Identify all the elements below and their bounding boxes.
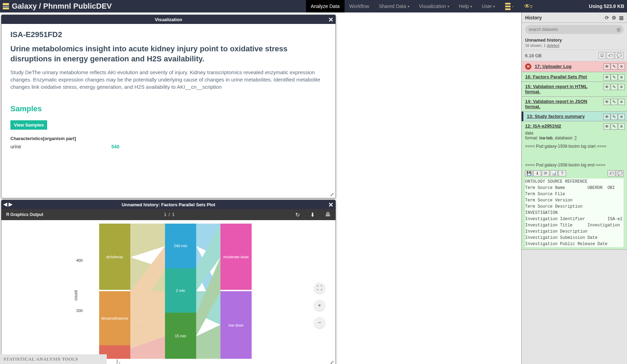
axis2-seg-240min: 240 min [165,224,196,268]
close-icon[interactable]: ✕ [328,201,333,209]
gear-icon[interactable]: ⚙ [612,15,616,20]
delete-icon[interactable]: ✕ [618,114,625,120]
dataset-15[interactable]: 15: Validation report in HTML format. 👁✎… [522,82,627,97]
dataset-action-bar: 💾 ℹ ⟳ 📊 ? 🏷 💬 [525,170,624,176]
eye-icon: 👁 [524,3,530,10]
menu-analyze-data[interactable]: Analyze Data [306,0,345,12]
tags-icon[interactable]: 🏷 [608,170,615,176]
chevron-down-icon: ▾ [447,5,449,8]
plot-window: ◀▶ Unnamed history: Factors Parallel Set… [1,200,336,364]
dataset-13[interactable]: 13: Study factors summary 👁✎✕ [522,112,627,121]
edit-icon[interactable]: ✎ [611,114,618,120]
y-axis-label: count [73,290,78,300]
pdf-toolbar: R Graphics Output 1 / 1 ↻ ⬇ 🖶 [1,209,336,220]
brand[interactable]: Galaxy / Phnmnl PublicDEV [3,2,112,11]
menu-user[interactable]: User▾ [477,0,500,12]
view-samples-button[interactable]: View Samples [10,120,47,130]
history-items-list: ✕ 17: Uploader Log 👁✎✕ 16: Factors Paral… [522,61,627,364]
columns-icon[interactable]: ▥ [619,15,624,20]
chevron-down-icon: ▾ [470,5,472,8]
page-indicator: 1 / 1 [164,212,174,217]
tags-icon[interactable]: 🏷 [607,52,614,59]
save-icon[interactable]: 💾 [525,170,533,176]
view-icon[interactable]: 👁 [603,74,610,80]
edit-icon[interactable]: ✎ [611,74,618,80]
visualization-window: Visualization ✕ ISA-E2951FD2 Urine metab… [1,15,336,198]
delete-icon[interactable]: ✕ [618,123,625,130]
dataset-log-start: ==== Pod galaxy-1938-bsstm log start ===… [525,144,624,149]
characteristic-label: Characteristics[organism part] [10,136,326,141]
expand-icon[interactable]: ⤢ [330,192,334,197]
help-icon[interactable]: ? [558,170,566,176]
scratchbook-eye[interactable]: 👁 2 [519,0,537,12]
info-icon[interactable]: ℹ [533,170,541,176]
menu-visualization[interactable]: Visualization▾ [414,0,454,12]
delete-icon[interactable]: ✕ [618,99,625,105]
main-menu: Analyze Data Workflow Shared Data▾ Visua… [306,0,538,12]
dataset-14[interactable]: 14: Validation report in JSON format. 👁✎… [522,97,627,112]
history-name[interactable]: Unnamed history [525,37,624,43]
plot-titlebar[interactable]: ◀▶ Unnamed history: Factors Parallel Set… [1,200,336,209]
vis-titlebar[interactable]: Visualization ✕ [1,15,336,24]
edit-icon[interactable]: ✎ [611,99,618,105]
dataset-16[interactable]: 16: Factors Parallel Sets Plot 👁✎✕ [522,72,627,82]
nav-fwd-icon[interactable]: ▶ [9,201,12,207]
dataset-peek: ONTOLOGY SOURCE REFERENCE Term Source Na… [525,179,624,247]
check-all-icon[interactable]: ☑ [599,52,606,59]
samples-heading: Samples [10,104,326,113]
isa-id: ISA-E2951FD2 [10,30,326,39]
delete-icon[interactable]: ✕ [618,74,625,80]
view-icon[interactable]: 👁 [603,84,610,90]
delete-icon[interactable]: ✕ [618,84,625,90]
zoom-in-button[interactable]: + [314,300,325,311]
edit-icon[interactable]: ✎ [611,123,618,130]
expand-icon[interactable]: ⤢ [330,359,334,364]
chart-icon[interactable]: 📊 [550,170,558,176]
view-icon[interactable]: 👁 [603,114,610,120]
characteristic-value: 540 [111,144,119,149]
annotate-icon[interactable]: 💬 [616,170,624,176]
study-title: Urine metabolomics insight into acute ki… [10,44,326,64]
refresh-icon[interactable]: ⟳ [605,15,609,20]
edit-icon[interactable]: ✎ [611,84,618,90]
menu-workflow[interactable]: Workflow [345,0,374,12]
center-stage: Visualization ✕ ISA-E2951FD2 Urine metab… [0,12,521,364]
clear-search-icon[interactable]: ⊗ [616,26,621,33]
print-icon[interactable]: 🖶 [325,211,331,218]
history-header: History ⟳ ⚙ ▥ [522,12,627,23]
history-size-row: 6.18 GB ☑ 🏷 💬 [522,50,627,61]
axis2-seg-15min: 15 min [165,313,196,359]
view-icon[interactable]: 👁 [603,99,610,105]
menu-shared-data[interactable]: Shared Data▾ [374,0,414,12]
annotate-icon[interactable]: 💬 [615,52,624,59]
top-navbar: Galaxy / Phnmnl PublicDEV Analyze Data W… [0,0,627,12]
scratchbook-toggle[interactable]: ▪▪▪▪▪▪▪▪▪ ✓ [500,0,519,12]
view-icon[interactable]: 👁 [603,123,610,130]
view-icon[interactable]: 👁 [603,63,610,70]
fit-page-button[interactable]: ⛶ [314,283,325,294]
chevron-down-icon: ▾ [408,5,409,8]
dataset-12[interactable]: 12: ISA-e2951fd2 👁✎✕ data format: isa-ta… [522,121,627,250]
dataset-format-line: format: isa-tab, database: ? [525,136,624,140]
check-icon: ✓ [512,5,514,8]
grid-icon: ▪▪▪▪▪▪▪▪▪ [505,2,510,10]
search-datasets-input[interactable]: search datasets ⊗ [525,25,624,34]
close-icon[interactable]: ✕ [328,16,333,24]
dataset-type: data [525,131,624,136]
rotate-icon[interactable]: ↻ [295,211,300,218]
edit-icon[interactable]: ✎ [611,63,618,70]
plot-canvas: count 400 200 [1,220,336,364]
zoom-out-button[interactable]: − [314,317,325,328]
menu-help[interactable]: Help▾ [454,0,477,12]
delete-icon[interactable]: ✕ [618,63,625,70]
y-tick: 200 [76,309,82,313]
pdf-title: R Graphics Output [6,212,43,217]
tool-panel-footer: STATISTICAL ANALYSIS TOOLS [0,354,107,364]
y-tick: 400 [76,258,82,262]
nav-back-icon[interactable]: ◀ [3,201,7,207]
galaxy-logo-icon [3,3,9,9]
study-abstract: Study DeThe urinary metabolome reflects … [10,69,326,90]
download-icon[interactable]: ⬇ [310,211,315,218]
dataset-17[interactable]: ✕ 17: Uploader Log 👁✎✕ [522,61,627,72]
rerun-icon[interactable]: ⟳ [542,170,549,176]
